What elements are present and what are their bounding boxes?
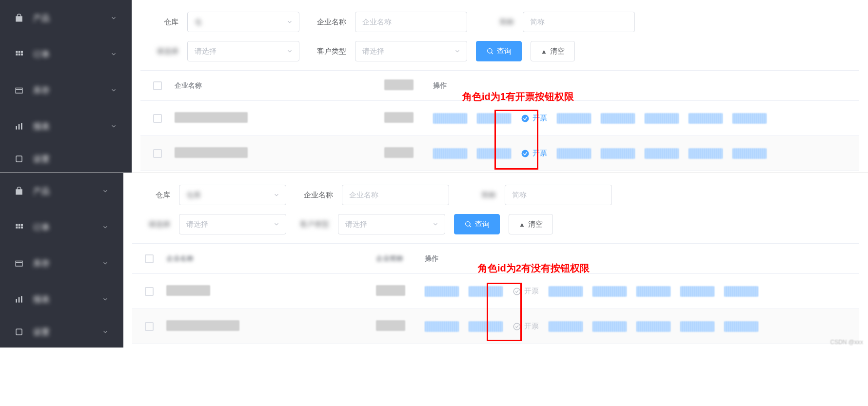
query-button[interactable]: 查询 (476, 41, 522, 61)
watermark: CSDN @xxx (830, 339, 863, 346)
filter4-select[interactable]: 请选择 (179, 214, 286, 234)
op-blur[interactable] (592, 321, 627, 332)
op-blur[interactable] (689, 148, 723, 159)
sidebar-item-order[interactable]: 订单 (0, 209, 123, 245)
cell-blur (376, 320, 405, 331)
chevron-down-icon (454, 48, 461, 55)
filter-label-warehouse: 仓库 (132, 191, 170, 200)
svg-rect-11 (16, 156, 22, 162)
checkbox[interactable] (153, 149, 162, 158)
company-name-input[interactable]: 企业名称 (355, 12, 467, 32)
svg-rect-21 (21, 227, 23, 229)
op-blur[interactable] (689, 113, 723, 124)
data-table: 企业名称 企业简称 操作 开票 (132, 243, 859, 344)
table-row: 开票 (132, 274, 859, 309)
svg-rect-3 (16, 54, 18, 56)
chevron-down-icon (286, 19, 293, 25)
op-blur[interactable] (557, 148, 591, 159)
sidebar-item-5[interactable]: 设置 (0, 317, 123, 347)
invoice-button[interactable]: 开票 (521, 114, 547, 123)
op-blur[interactable] (433, 113, 467, 124)
svg-rect-18 (21, 224, 23, 226)
sidebar-item-report[interactable]: 报表 (0, 281, 123, 317)
svg-rect-26 (21, 296, 22, 302)
op-blur[interactable] (425, 321, 459, 332)
op-blur[interactable] (645, 148, 679, 159)
cell-blur (175, 147, 248, 158)
op-blur[interactable] (557, 113, 591, 124)
sidebar-item-product[interactable]: 产品 (0, 0, 132, 36)
custtype-select[interactable]: 请选择 (355, 41, 467, 61)
sidebar-item-product[interactable]: 产品 (0, 173, 123, 209)
checkbox[interactable] (153, 114, 162, 123)
op-blur[interactable] (549, 286, 583, 297)
sidebar-top: 产品 订单 库存 报表 设置 (0, 0, 132, 173)
op-blur[interactable] (645, 113, 679, 124)
clear-button[interactable]: ▲ 清空 (531, 41, 575, 61)
short-name-input[interactable]: 简称 (523, 12, 635, 32)
table-row: 开票 (140, 101, 859, 136)
sidebar-item-stock[interactable]: 库存 (0, 72, 132, 108)
bar-chart-icon (15, 122, 23, 131)
cell-blur (384, 112, 414, 123)
clear-button[interactable]: ▲ 清空 (509, 214, 553, 234)
checkbox-all[interactable] (153, 81, 162, 90)
chevron-down-icon (110, 87, 117, 94)
svg-point-14 (522, 115, 529, 122)
svg-point-30 (513, 288, 520, 295)
svg-line-13 (492, 53, 493, 54)
op-blur[interactable] (477, 148, 511, 159)
invoice-button[interactable]: 开票 (521, 149, 547, 158)
box-icon (15, 259, 23, 268)
chevron-down-icon (273, 221, 280, 228)
op-blur[interactable] (636, 286, 671, 297)
op-blur[interactable] (477, 113, 511, 124)
sidebar-bot: 产品 订单 库存 报表 设置 (0, 173, 123, 348)
filter-label-4: 请选择 (132, 220, 170, 229)
op-blur[interactable] (680, 321, 714, 332)
invoice-button-disabled: 开票 (513, 322, 539, 331)
op-blur[interactable] (469, 321, 503, 332)
op-blur[interactable] (601, 148, 635, 159)
warehouse-select[interactable]: 仓 (187, 12, 299, 32)
op-blur[interactable] (724, 286, 758, 297)
op-blur[interactable] (732, 113, 767, 124)
warehouse-select[interactable]: 仓库 (179, 185, 286, 205)
search-icon (486, 47, 494, 55)
op-blur[interactable] (680, 286, 714, 297)
op-blur[interactable] (549, 321, 583, 332)
filter-label-company: 企业名称 (295, 191, 333, 200)
setting-icon (15, 155, 23, 163)
op-blur[interactable] (592, 286, 627, 297)
svg-rect-6 (16, 88, 22, 94)
col-company: 企业名称 (166, 254, 194, 262)
sidebar-item-5[interactable]: 设置 (0, 144, 132, 174)
svg-point-15 (522, 150, 529, 157)
search-icon (464, 220, 472, 228)
checkbox[interactable] (145, 287, 154, 296)
sidebar-item-stock[interactable]: 库存 (0, 245, 123, 281)
short-name-input[interactable]: 简称 (505, 185, 612, 205)
bag-icon (15, 14, 23, 22)
annotation-text-top: 角色id为1有开票按钮权限 (462, 90, 574, 103)
filter4-select[interactable]: 请选择 (187, 41, 299, 61)
op-blur[interactable] (732, 148, 767, 159)
checkbox[interactable] (145, 322, 154, 331)
op-blur[interactable] (724, 321, 758, 332)
svg-rect-16 (16, 224, 18, 226)
query-button[interactable]: 查询 (454, 214, 500, 234)
svg-rect-17 (19, 224, 20, 226)
op-blur[interactable] (425, 286, 459, 297)
bag-icon (15, 187, 23, 195)
company-name-input[interactable]: 企业名称 (342, 185, 449, 205)
broom-icon: ▲ (519, 221, 525, 228)
checkbox-all[interactable] (145, 254, 154, 263)
op-blur[interactable] (601, 113, 635, 124)
custtype-select[interactable]: 请选择 (338, 214, 445, 234)
op-blur[interactable] (433, 148, 467, 159)
op-blur[interactable] (636, 321, 671, 332)
op-blur[interactable] (469, 286, 503, 297)
sidebar-item-order[interactable]: 订单 (0, 36, 132, 72)
filter-label-4: 请选择 (140, 47, 178, 56)
sidebar-item-report[interactable]: 报表 (0, 108, 132, 144)
